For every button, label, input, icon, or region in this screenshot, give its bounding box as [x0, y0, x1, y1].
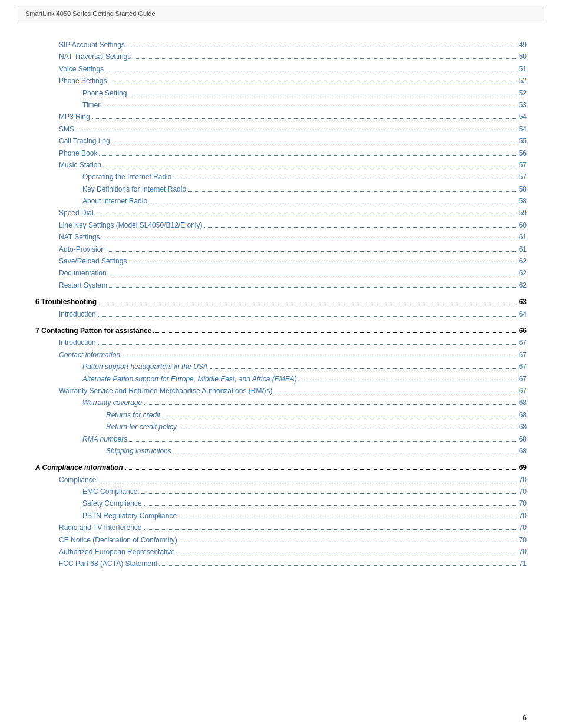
toc-row: Phone Settings52	[35, 75, 527, 87]
toc-page: 57	[519, 171, 527, 183]
toc-label: MP3 Ring	[59, 111, 90, 123]
toc-dots	[112, 143, 517, 143]
page-wrapper: SmartLink 4050 Series Getting Started Gu…	[0, 6, 562, 728]
toc-dots	[108, 83, 517, 83]
toc-spacer	[35, 457, 527, 462]
toc-dots	[210, 368, 517, 369]
toc-label: Compliance	[59, 474, 96, 486]
toc-dots	[177, 554, 517, 554]
toc-row: 6 Troubleshooting63	[35, 296, 527, 308]
toc-dots	[102, 107, 517, 107]
toc-row: SIP Account Settings49	[35, 39, 527, 51]
toc-label: 6 Troubleshooting	[35, 296, 97, 308]
toc-row: RMA numbers68	[35, 433, 527, 445]
toc-label: Authorized European Representative	[59, 546, 175, 558]
toc-dots	[95, 215, 517, 215]
toc-page: 52	[519, 87, 527, 99]
page-footer: 6	[523, 714, 527, 722]
toc-label: Phone Setting	[82, 87, 127, 99]
toc-dots	[127, 47, 517, 47]
toc-row: CE Notice (Declaration of Conformity)70	[35, 534, 527, 546]
toc-label: PSTN Regulatory Compliance	[82, 510, 177, 522]
toc-row: PSTN Regulatory Compliance70	[35, 510, 527, 522]
toc-dots	[99, 155, 517, 156]
toc-label: EMC Compliance:	[82, 486, 140, 498]
toc-dots	[141, 493, 517, 494]
toc-label: RMA numbers	[82, 433, 127, 445]
toc-label: Introduction	[59, 308, 96, 320]
toc-page: 56	[519, 147, 527, 159]
toc-page: 63	[519, 296, 527, 308]
toc-page: 70	[519, 546, 527, 558]
toc-label: Restart System	[59, 279, 107, 291]
toc-dots	[144, 529, 517, 530]
toc-label: CE Notice (Declaration of Conformity)	[59, 534, 177, 546]
toc-page: 54	[519, 123, 527, 135]
toc-dots	[133, 58, 517, 59]
header-title: SmartLink 4050 Series Getting Started Gu…	[25, 10, 156, 17]
toc-dots	[128, 95, 517, 95]
toc-page: 67	[519, 349, 527, 361]
toc-dots	[102, 239, 517, 239]
toc-page: 58	[519, 195, 527, 207]
toc-dots	[149, 203, 517, 203]
toc-label: Safety Compliance	[82, 498, 142, 509]
toc-row: Operating the Internet Radio57	[35, 171, 527, 183]
toc-row: Warranty Service and Returned Merchandis…	[35, 385, 527, 397]
toc-row: Phone Book56	[35, 147, 527, 159]
toc-dots	[162, 417, 517, 417]
header-bar: SmartLink 4050 Series Getting Started Gu…	[18, 6, 544, 21]
toc-page: 70	[519, 498, 527, 509]
toc-dots	[153, 332, 517, 333]
toc-row: Shipping instructions68	[35, 445, 527, 457]
toc-page: 70	[519, 510, 527, 522]
toc-dots	[173, 179, 517, 179]
toc-page: 58	[519, 183, 527, 195]
toc-label: Auto-Provision	[59, 243, 105, 255]
toc-label: Phone Settings	[59, 75, 107, 87]
toc-page: 68	[519, 433, 527, 445]
toc-dots	[108, 275, 517, 275]
toc-label: Introduction	[59, 337, 96, 348]
toc-row: Restart System62	[35, 279, 527, 291]
toc-page: 62	[519, 279, 527, 291]
toc-row: Returns for credit68	[35, 409, 527, 421]
toc-label: Warranty Service and Returned Merchandis…	[59, 385, 272, 397]
toc-row: Warranty coverage68	[35, 397, 527, 409]
toc-row: Alternate Patton support for Europe, Mid…	[35, 373, 527, 385]
toc-dots	[103, 167, 517, 167]
toc-row: Key Definitions for Internet Radio58	[35, 183, 527, 195]
toc-page: 70	[519, 534, 527, 546]
toc-label: FCC Part 68 (ACTA) Statement	[59, 558, 157, 569]
toc-page: 67	[519, 373, 527, 385]
toc-dots	[173, 453, 517, 453]
toc-label: Patton support headquarters in the USA	[82, 361, 208, 373]
toc-row: FCC Part 68 (ACTA) Statement71	[35, 558, 527, 569]
toc-label: SMS	[59, 123, 74, 135]
toc-row: Return for credit policy68	[35, 421, 527, 433]
toc-label: A Compliance information	[35, 462, 123, 473]
toc-dots	[109, 287, 517, 288]
toc-label: Voice Settings	[59, 63, 104, 75]
toc-page: 52	[519, 75, 527, 87]
toc-spacer	[35, 320, 527, 325]
toc-row: Timer53	[35, 99, 527, 111]
toc-page: 66	[519, 325, 527, 337]
toc-label: Speed Dial	[59, 207, 94, 219]
toc-row: About Internet Radio58	[35, 195, 527, 207]
toc-page: 51	[519, 63, 527, 75]
toc-label: NAT Settings	[59, 231, 100, 243]
toc-dots	[125, 469, 517, 470]
toc-label: NAT Traversal Settings	[59, 51, 131, 62]
toc-row: Authorized European Representative70	[35, 546, 527, 558]
toc-row: Compliance70	[35, 474, 527, 486]
toc-row: Music Station57	[35, 159, 527, 171]
toc-table: SIP Account Settings49NAT Traversal Sett…	[35, 39, 527, 570]
toc-dots	[98, 344, 517, 345]
toc-row: Voice Settings51	[35, 63, 527, 75]
toc-page: 62	[519, 255, 527, 267]
toc-page: 68	[519, 445, 527, 457]
toc-row: A Compliance information69	[35, 462, 527, 473]
toc-row: Speed Dial59	[35, 207, 527, 219]
toc-spacer	[35, 291, 527, 296]
